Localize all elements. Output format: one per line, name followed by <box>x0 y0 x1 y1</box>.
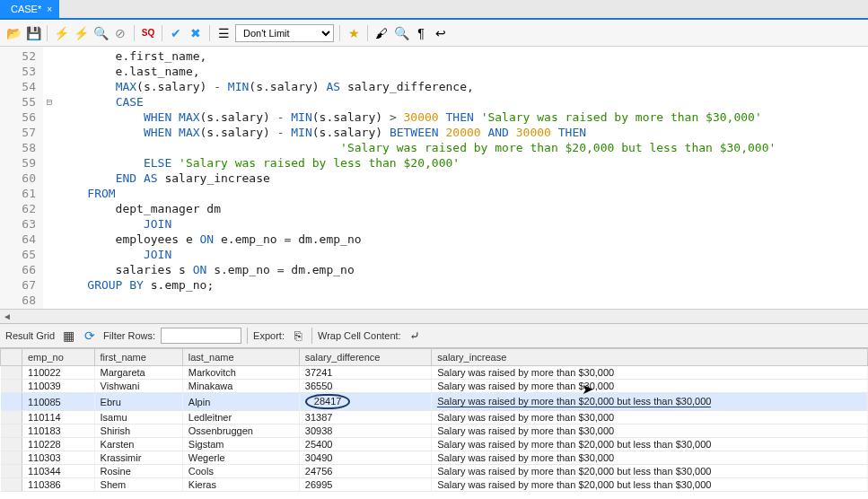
table-cell[interactable]: Salary was raised by more than $30,000 <box>432 380 868 393</box>
table-cell[interactable]: Salary was raised by more than $20,000 b… <box>432 478 868 492</box>
explain-icon[interactable]: 🔍 <box>92 25 109 41</box>
wrap-icon[interactable]: ↩ <box>433 25 449 41</box>
wrap-cell-icon[interactable]: ⤶ <box>407 328 423 344</box>
rollback-icon[interactable]: ✖ <box>188 25 204 41</box>
table-cell[interactable]: 31387 <box>299 411 431 425</box>
table-cell[interactable]: 110386 <box>22 478 95 492</box>
table-cell[interactable]: Salary was raised by more than $30,000 <box>432 366 868 380</box>
table-cell[interactable]: Shem <box>94 478 182 492</box>
fold-column[interactable]: ⊟ <box>43 47 56 309</box>
table-cell[interactable]: Rosine <box>94 465 182 478</box>
close-icon[interactable]: × <box>47 4 52 14</box>
table-cell[interactable]: Shirish <box>94 425 182 438</box>
invisible-chars-icon[interactable]: ¶ <box>413 25 429 41</box>
table-cell[interactable]: 30490 <box>299 451 431 465</box>
table-cell[interactable]: Isamu <box>94 411 182 425</box>
table-row[interactable]: 110228KarstenSigstam25400Salary was rais… <box>1 438 868 451</box>
table-cell[interactable]: 110183 <box>22 425 95 438</box>
table-cell[interactable]: Salary was raised by more than $20,000 b… <box>432 438 868 451</box>
table-cell[interactable]: 110022 <box>22 366 95 380</box>
save-file-icon[interactable]: 💾 <box>25 25 41 41</box>
table-row[interactable]: 110183ShirishOssenbruggen30938Salary was… <box>1 425 868 438</box>
export-icon[interactable]: ⎘ <box>290 328 306 344</box>
sql-toolbar: 📂 💾 ⚡ ⚡ 🔍 ⊘ SQ ✔ ✖ ☰ Don't Limit ★ 🖌 🔍 ¶… <box>0 20 868 47</box>
filter-label: Filter Rows: <box>103 330 155 341</box>
table-cell[interactable]: Ebru <box>94 393 182 411</box>
table-cell[interactable]: Markovitch <box>182 366 299 380</box>
table-cell[interactable]: 110039 <box>22 380 95 393</box>
line-gutter: 5253545556575859606162636465666768 <box>0 47 43 309</box>
table-row[interactable]: 110344RosineCools24756Salary was raised … <box>1 465 868 478</box>
execute-icon[interactable]: ⚡ <box>53 25 69 41</box>
result-grid-label: Result Grid <box>5 330 55 341</box>
table-cell[interactable]: Minakawa <box>182 380 299 393</box>
table-cell[interactable]: 110303 <box>22 451 95 465</box>
results-grid[interactable]: emp_nofirst_namelast_namesalary_differen… <box>0 348 868 499</box>
table-cell[interactable]: 30938 <box>299 425 431 438</box>
grid-view-icon[interactable]: ▦ <box>60 328 76 344</box>
favorite-icon[interactable]: ★ <box>346 25 362 41</box>
scroll-left-icon[interactable]: ◄ <box>0 311 14 321</box>
table-cell[interactable]: 24756 <box>299 465 431 478</box>
table-cell[interactable]: 25400 <box>299 438 431 451</box>
table-row[interactable]: 110039VishwaniMinakawa36550Salary was ra… <box>1 380 868 393</box>
beautify-icon[interactable]: 🖌 <box>373 25 390 41</box>
export-label: Export: <box>253 330 285 341</box>
filter-input[interactable] <box>161 328 241 344</box>
table-cell[interactable]: Wegerle <box>182 451 299 465</box>
results-toolbar: Result Grid ▦ ⟳ Filter Rows: Export: ⎘ W… <box>0 323 868 348</box>
table-cell[interactable]: Kieras <box>182 478 299 492</box>
sql-editor[interactable]: 5253545556575859606162636465666768 ⊟ e.f… <box>0 47 868 309</box>
table-cell[interactable]: Salary was raised by more than $30,000 <box>432 411 868 425</box>
commit-icon[interactable]: ✔ <box>168 25 184 41</box>
editor-hscroll[interactable]: ◄ <box>0 309 868 323</box>
stop-icon[interactable]: ⊘ <box>112 25 128 41</box>
results-table: emp_nofirst_namelast_namesalary_differen… <box>0 348 868 492</box>
table-cell[interactable]: Krassimir <box>94 451 182 465</box>
table-cell[interactable]: Ledleitner <box>182 411 299 425</box>
table-cell[interactable]: 26995 <box>299 478 431 492</box>
tab-bar: CASE* × <box>0 0 868 20</box>
table-cell[interactable]: Salary was raised by more than $30,000 <box>432 425 868 438</box>
table-cell[interactable]: Salary was raised by more than $30,000 <box>432 451 868 465</box>
table-cell[interactable]: Vishwani <box>94 380 182 393</box>
wrap-cell-label: Wrap Cell Content: <box>318 330 401 341</box>
table-row[interactable]: 110386ShemKieras26995Salary was raised b… <box>1 478 868 492</box>
table-cell[interactable]: Sigstam <box>182 438 299 451</box>
column-header[interactable]: emp_no <box>22 349 95 366</box>
table-cell[interactable]: 110085 <box>22 393 95 411</box>
execute-current-icon[interactable]: ⚡ <box>73 25 89 41</box>
table-row[interactable]: 110085EbruAlpin28417Salary was raised by… <box>1 393 868 411</box>
table-row[interactable]: 110303KrassimirWegerle30490Salary was ra… <box>1 451 868 465</box>
table-cell[interactable]: 110114 <box>22 411 95 425</box>
column-header[interactable]: first_name <box>94 349 182 366</box>
refresh-icon[interactable]: ⟳ <box>82 328 98 344</box>
column-header[interactable]: last_name <box>182 349 299 366</box>
table-row[interactable]: 110022MargaretaMarkovitch37241Salary was… <box>1 366 868 380</box>
table-cell[interactable]: 110344 <box>22 465 95 478</box>
autocommit-icon[interactable]: ☰ <box>215 25 232 41</box>
table-cell[interactable]: Ossenbruggen <box>182 425 299 438</box>
table-cell[interactable]: Karsten <box>94 438 182 451</box>
table-cell[interactable]: 36550 <box>299 380 431 393</box>
table-row[interactable]: 110114IsamuLedleitner31387Salary was rai… <box>1 411 868 425</box>
tab-case[interactable]: CASE* × <box>0 0 59 18</box>
table-cell[interactable]: Margareta <box>94 366 182 380</box>
tab-label: CASE* <box>11 4 41 14</box>
table-cell[interactable]: 110228 <box>22 438 95 451</box>
table-cell[interactable]: Cools <box>182 465 299 478</box>
sql-icon[interactable]: SQ <box>140 25 156 41</box>
table-cell[interactable]: Alpin <box>182 393 299 411</box>
find-icon[interactable]: 🔍 <box>393 25 409 41</box>
code-area[interactable]: e.first_name, e.last_name, MAX(s.salary)… <box>56 47 776 309</box>
limit-select[interactable]: Don't Limit <box>235 24 334 42</box>
column-header[interactable]: salary_increase <box>432 349 868 366</box>
table-cell[interactable]: Salary was raised by more than $20,000 b… <box>432 465 868 478</box>
table-cell[interactable]: 28417 <box>299 393 431 411</box>
column-header[interactable]: salary_difference <box>299 349 431 366</box>
table-cell[interactable]: 37241 <box>299 366 431 380</box>
table-cell[interactable]: Salary was raised by more than $20,000 b… <box>432 393 868 411</box>
open-file-icon[interactable]: 📂 <box>5 25 22 41</box>
